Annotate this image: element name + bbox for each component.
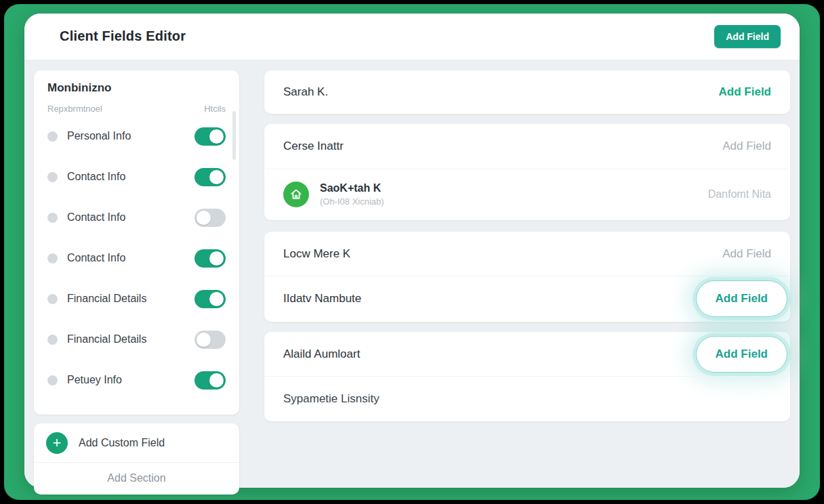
bullet-icon bbox=[47, 172, 58, 182]
bullet-icon bbox=[47, 213, 58, 223]
sections-panel: Monbinizno Repxbrmtnoel Htcils Personal … bbox=[34, 70, 239, 415]
sidebar-item-financial-details-2: Financial Details bbox=[47, 319, 226, 360]
field-row: Cerse Inattr Add Field bbox=[264, 124, 790, 169]
add-field-button[interactable]: Add Field bbox=[714, 25, 781, 48]
column-label-left: Repxbrmtnoel bbox=[47, 104, 102, 116]
sidebar-item-label: Contact Info bbox=[67, 211, 194, 224]
sidebar-item-personal-info: Personal Info bbox=[47, 116, 226, 156]
toggle-switch[interactable] bbox=[194, 249, 226, 268]
field-row-with-avatar: SaoK+tah K (Oh-I08 Xicniab) Danfomt Nita bbox=[264, 169, 790, 219]
column-label-right: Htcils bbox=[204, 104, 226, 116]
field-row-title: SaoK+tah K bbox=[320, 182, 708, 194]
sidebar-item-label: Contact Info bbox=[67, 252, 194, 264]
field-row-title: Locw Mere K bbox=[283, 247, 722, 261]
field-row: Sarah K. Add Field bbox=[264, 70, 790, 114]
field-card-locw: Locw Mere K Add Field IIdatv Nambute Add… bbox=[264, 232, 790, 322]
add-field-pill-button[interactable]: Add Field bbox=[696, 336, 787, 373]
add-field-link[interactable]: Add Field bbox=[722, 140, 771, 153]
window-header: Client Fields Editor Add Field bbox=[24, 14, 800, 60]
field-row: Sypametie Lisnsity bbox=[264, 376, 790, 421]
field-row: Alaild Aumloart Add Field bbox=[264, 332, 790, 376]
plus-icon: + bbox=[46, 432, 68, 454]
sidebar-item-label: Petuey Info bbox=[67, 374, 194, 386]
home-icon bbox=[289, 188, 303, 201]
bullet-icon bbox=[47, 335, 58, 345]
field-card-sarah: Sarah K. Add Field bbox=[264, 70, 790, 114]
sidebar-item-label: Contact Info bbox=[67, 171, 194, 183]
page-title: Client Fields Editor bbox=[60, 28, 186, 44]
field-card-cerse: Cerse Inattr Add Field SaoK+tah K (Oh-I0… bbox=[264, 124, 790, 220]
sections-panel-title: Monbinizno bbox=[47, 81, 226, 95]
bullet-icon bbox=[47, 375, 58, 385]
client-fields-editor-window: Client Fields Editor Add Field Monbinizn… bbox=[24, 14, 800, 488]
sidebar-item-label: Financial Details bbox=[67, 333, 194, 345]
toggle-switch[interactable] bbox=[194, 331, 226, 349]
sidebar-item-petuey-info: Petuey Info bbox=[47, 360, 226, 400]
sidebar-item-contact-info-2: Contact Info bbox=[47, 197, 226, 238]
field-row-text: SaoK+tah K (Oh-I08 Xicniab) bbox=[320, 182, 708, 207]
field-row-title: IIdatv Nambute bbox=[283, 292, 696, 306]
field-row-title: Sypametie Lisnsity bbox=[283, 392, 771, 406]
add-section-button[interactable]: Add Section bbox=[34, 463, 239, 494]
sidebar-item-contact-info-3: Contact Info bbox=[47, 238, 226, 278]
field-row-subtitle: (Oh-I08 Xicniab) bbox=[320, 196, 708, 207]
toggle-switch[interactable] bbox=[194, 371, 226, 390]
add-custom-field-label: Add Custom Field bbox=[79, 437, 165, 449]
sections-panel-columns: Repxbrmtnoel Htcils bbox=[47, 104, 226, 116]
field-row-title: Cerse Inattr bbox=[283, 140, 722, 153]
toggle-switch[interactable] bbox=[194, 290, 226, 308]
sidebar-item-contact-info-1: Contact Info bbox=[47, 156, 226, 197]
home-icon-badge bbox=[283, 182, 309, 207]
toggle-switch[interactable] bbox=[194, 209, 226, 227]
field-card-alaild: Alaild Aumloart Add Field Sypametie Lisn… bbox=[264, 332, 790, 421]
add-field-link[interactable]: Add Field bbox=[722, 247, 771, 261]
add-custom-field-button[interactable]: + Add Custom Field bbox=[34, 423, 239, 463]
sidebar-item-label: Financial Details bbox=[67, 293, 194, 305]
field-row: Locw Mere K Add Field bbox=[264, 232, 790, 276]
field-row-meta: Danfomt Nita bbox=[708, 188, 771, 201]
app-frame: Client Fields Editor Add Field Monbinizn… bbox=[4, 4, 820, 500]
sidebar-scrollbar-thumb[interactable] bbox=[232, 111, 236, 160]
add-field-pill-button[interactable]: Add Field bbox=[696, 280, 787, 317]
sidebar-actions-card: + Add Custom Field Add Section bbox=[34, 423, 239, 495]
sidebar-item-financial-details-1: Financial Details bbox=[47, 278, 226, 319]
toggle-switch[interactable] bbox=[194, 168, 226, 186]
bullet-icon bbox=[47, 131, 58, 142]
field-row-title: Sarah K. bbox=[283, 85, 719, 99]
bullet-icon bbox=[47, 294, 58, 304]
add-field-link[interactable]: Add Field bbox=[719, 85, 771, 99]
bullet-icon bbox=[47, 253, 58, 264]
field-row: IIdatv Nambute Add Field bbox=[264, 276, 790, 321]
sidebar-item-label: Personal Info bbox=[67, 130, 194, 142]
field-row-title: Alaild Aumloart bbox=[283, 348, 696, 361]
toggle-switch[interactable] bbox=[194, 127, 226, 146]
